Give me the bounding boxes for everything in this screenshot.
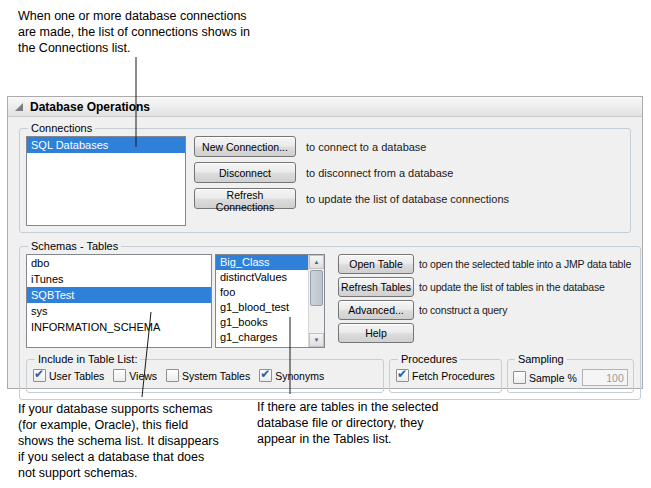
checkbox-unchecked-icon [166, 369, 179, 382]
checkbox-unchecked-icon [513, 371, 526, 384]
sample-percent-input[interactable] [582, 369, 628, 386]
connections-group: Connections SQL Databases New Connection… [19, 122, 631, 233]
tables-actions: Open Table to open the selected table in… [338, 254, 631, 343]
schema-list-item[interactable]: sys [27, 303, 211, 319]
checkbox-user-tables[interactable]: User Tables [33, 369, 104, 382]
advanced-button[interactable]: Advanced... [338, 300, 414, 320]
tables-list[interactable]: Big_Class distinctValues foo g1_blood_te… [215, 254, 325, 348]
schemas-tables-lists: dbo iTunes SQBTest sys INFORMATION_SCHEM… [26, 254, 634, 348]
checkbox-label: Views [129, 370, 157, 382]
checkbox-label: User Tables [49, 370, 104, 382]
annotation-line: not support schemas. [18, 465, 219, 481]
action-description: to disconnect from a database [306, 167, 453, 179]
annotation-line: the Connections list. [18, 40, 250, 56]
refresh-tables-button[interactable]: Refresh Tables [338, 277, 414, 297]
table-list-item[interactable]: distinctValues [216, 270, 308, 285]
panel-header: Database Operations [8, 97, 642, 117]
schemas-tables-group: Schemas - Tables dbo iTunes SQBTest sys … [19, 240, 641, 400]
table-list-item[interactable]: g1_blood_test [216, 300, 308, 315]
checkbox-fetch-procedures[interactable]: Fetch Procedures [396, 369, 495, 382]
annotation-schemas-note: If your database supports schemas (for e… [18, 401, 219, 481]
refresh-connections-button[interactable]: Refresh Connections [194, 188, 296, 209]
connections-actions: New Connection... to connect to a databa… [194, 136, 509, 209]
include-group-title: Include in Table List: [35, 353, 140, 365]
action-description: to connect to a database [306, 141, 426, 153]
scroll-up-icon[interactable] [309, 255, 324, 269]
annotation-line: database file or directory, they [257, 415, 438, 431]
checkbox-label: Synonyms [275, 370, 324, 382]
checkbox-system-tables[interactable]: System Tables [166, 369, 250, 382]
table-list-options-row: Include in Table List: User Tables Views [26, 353, 634, 393]
checkbox-checked-icon [396, 369, 409, 382]
help-button[interactable]: Help [338, 323, 414, 343]
table-list-item[interactable]: g1_charges [216, 330, 308, 345]
action-description: to construct a query [419, 304, 507, 316]
tables-scrollbar[interactable] [308, 255, 324, 347]
schemas-list[interactable]: dbo iTunes SQBTest sys INFORMATION_SCHEM… [26, 254, 212, 348]
schema-list-item[interactable]: dbo [27, 255, 211, 271]
scrollbar-track[interactable] [309, 307, 324, 333]
checkbox-sample-percent[interactable]: Sample % [513, 371, 577, 384]
page: When one or more database connections ar… [0, 0, 651, 488]
panel-title: Database Operations [30, 100, 150, 114]
connection-list-item[interactable]: SQL Databases [27, 137, 185, 153]
scroll-down-icon[interactable] [309, 333, 324, 347]
checkbox-label: Fetch Procedures [412, 370, 495, 382]
annotation-line: are made, the list of connections shows … [18, 24, 250, 40]
annotation-line: If there are tables in the selected [257, 399, 438, 415]
checkbox-synonyms[interactable]: Synonyms [259, 369, 324, 382]
schema-list-item[interactable]: INFORMATION_SCHEMA [27, 319, 211, 335]
action-description: to update the list of tables in the data… [419, 281, 605, 293]
new-connection-button[interactable]: New Connection... [194, 136, 296, 157]
annotation-line: (for example, Oracle), this field [18, 417, 219, 433]
checkbox-checked-icon [259, 369, 272, 382]
table-list-item[interactable]: g1_books [216, 315, 308, 330]
annotation-tables-note: If there are tables in the selected data… [257, 399, 438, 447]
schemas-tables-group-title: Schemas - Tables [28, 240, 121, 252]
connections-list[interactable]: SQL Databases [26, 136, 186, 226]
annotation-line: If your database supports schemas [18, 401, 219, 417]
checkbox-checked-icon [33, 369, 46, 382]
table-list-item[interactable]: foo [216, 285, 308, 300]
include-in-table-list-group: Include in Table List: User Tables Views [26, 353, 384, 393]
scrollbar-thumb[interactable] [310, 270, 323, 306]
checkbox-label: System Tables [182, 370, 250, 382]
table-list-item[interactable]: Big_Class [216, 255, 308, 270]
sampling-group-title: Sampling [515, 353, 567, 365]
checkbox-label: Sample % [529, 372, 577, 384]
tables-list-items: Big_Class distinctValues foo g1_blood_te… [216, 255, 308, 347]
open-table-button[interactable]: Open Table [338, 254, 414, 274]
connections-group-title: Connections [28, 122, 95, 134]
checkbox-views[interactable]: Views [113, 369, 157, 382]
sampling-group: Sampling Sample % [507, 353, 634, 393]
checkbox-unchecked-icon [113, 369, 126, 382]
database-operations-panel: Database Operations Connections SQL Data… [7, 96, 643, 389]
disconnect-button[interactable]: Disconnect [194, 162, 296, 183]
annotation-connections-note: When one or more database connections ar… [18, 8, 250, 56]
panel-body: Connections SQL Databases New Connection… [8, 117, 642, 408]
schema-list-item[interactable]: iTunes [27, 271, 211, 287]
procedures-group-title: Procedures [398, 353, 460, 365]
action-description: to open the selected table into a JMP da… [419, 258, 631, 270]
action-description: to update the list of database connectio… [306, 193, 509, 205]
annotation-line: When one or more database connections [18, 8, 250, 24]
procedures-group: Procedures Fetch Procedures [389, 353, 502, 393]
disclosure-triangle-icon[interactable] [15, 103, 23, 111]
annotation-line: shows the schema list. It disappears [18, 433, 219, 449]
annotation-line: if you select a database that does [18, 449, 219, 465]
annotation-line: appear in the Tables list. [257, 431, 438, 447]
schema-list-item[interactable]: SQBTest [27, 287, 211, 303]
